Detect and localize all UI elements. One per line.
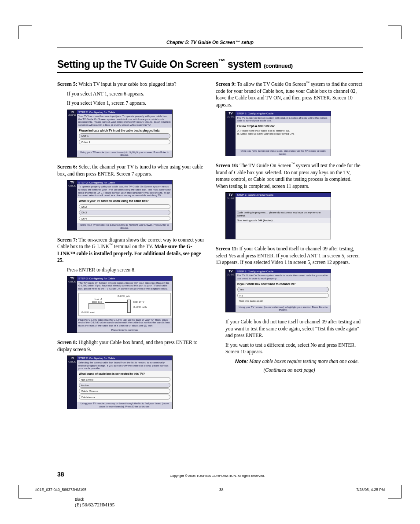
right-column: Screen 9: To allow the TV Guide On Scree… xyxy=(216,81,363,415)
shot11-footer: Using your TV remote: (no cursor/arrows)… xyxy=(236,305,331,312)
shot7-blurb2: Plug the G-LINK cable into the G-LINK ja… xyxy=(77,318,172,328)
shot6-question: What is your TV tuned to when using the … xyxy=(79,199,170,203)
screen9-label: Screen 9: xyxy=(216,81,236,87)
shot6-opt-ch4: Ch 4 xyxy=(79,216,170,221)
guide-label: GUIDE xyxy=(68,184,76,187)
tv-logo: TV xyxy=(229,112,233,115)
tv-logo: TV xyxy=(70,356,74,360)
shot5-question: Please indicate which TV input the cable… xyxy=(79,129,170,132)
screen5-line3: If you select Video 1, screen 7 appears. xyxy=(67,100,204,107)
crop-mark-bl xyxy=(18,485,32,498)
screen11-label: Screen 11: xyxy=(216,246,238,251)
screenshot-11: TVGUIDE STEP 2: Configuring for Cable Th… xyxy=(225,269,331,312)
shot7-blurb: The TV Guide On Screen system communicat… xyxy=(77,281,172,291)
note-label: Note: xyxy=(235,359,248,364)
shot11-opt-yes: Yes xyxy=(237,287,329,292)
shot8-opt-cabletenna: Cabletenna xyxy=(79,395,170,399)
title-continued: (continued) xyxy=(264,62,292,69)
screen9-para: Screen 9: To allow the TV Guide On Scree… xyxy=(216,81,363,108)
screen10-texta: The TV Guide On Screen xyxy=(238,163,291,168)
title-main: Setting up the TV Guide On Screen xyxy=(57,59,218,70)
screenshot-6: TVGUIDE STEP 2: Configuring for Cable To… xyxy=(67,180,173,230)
crop-mark-tl xyxy=(18,26,32,39)
note: Note: Many cable boxes require testing m… xyxy=(235,358,363,365)
screen8-text: Highlight your Cable box brand, and then… xyxy=(57,340,198,352)
diag-cable-line xyxy=(105,302,127,303)
screen7-label: Screen 7: xyxy=(57,237,77,242)
shot-header: STEP 2: Configuring for Cable xyxy=(77,110,172,114)
footer-mid: 38 xyxy=(219,487,223,492)
screen7-para: Screen 7: The on-screen diagram shows th… xyxy=(57,237,204,264)
shot-header: STEP 2: Configuring for Cable xyxy=(236,193,331,197)
shot9-question: Follow steps A and B below: xyxy=(237,125,329,128)
shot11-opt-no: No xyxy=(237,293,329,298)
diag-wand-label: G-LINK wand xyxy=(81,311,95,314)
screenshot-10: TVGUIDE STEP 2: Configuring for Cable Co… xyxy=(225,192,331,239)
shot9-stepb: B. Make sure to leave your cable box tur… xyxy=(237,132,329,136)
screen10-label: Screen 10: xyxy=(216,163,238,168)
crop-mark-br xyxy=(388,485,402,498)
page-title: Setting up the TV Guide On Screen™ syste… xyxy=(57,59,363,73)
guide-label: GUIDE xyxy=(227,115,234,118)
screen11-para: Screen 11: If your Cable box tuned itsel… xyxy=(216,246,363,266)
shot11-blurb: The TV Guide On Screen system needs to l… xyxy=(236,273,331,281)
shot8-opt-cablecinema: Cable Cinema xyxy=(79,388,170,393)
chapter-header: Chapter 5: TV Guide On Screen™ setup xyxy=(57,40,363,48)
diag-tvback xyxy=(127,300,131,313)
diag-cablebox xyxy=(88,303,104,309)
shot11-opt-test: Test this code again xyxy=(237,299,329,303)
diag-front-label: front of cable box xyxy=(89,298,102,303)
shot9-blurb: The TV Guide On Screen system will condu… xyxy=(236,116,331,123)
shot-header: STEP 2: Configuring for Cable xyxy=(236,111,331,115)
screen6-label: Screen 6: xyxy=(57,164,77,169)
screenshot-7: TVGUIDE STEP 2: Configuring for Cable Th… xyxy=(67,276,173,333)
guide-label: GUIDE xyxy=(68,360,76,363)
screen10-para: Screen 10: The TV Guide On Screen™ syste… xyxy=(216,162,363,190)
shot6-blurb: To operate properly with your cable box,… xyxy=(77,184,172,198)
guide-label: GUIDE xyxy=(68,114,76,117)
guide-label: GUIDE xyxy=(68,280,76,283)
footer-file: #01E_037-040_566272HM195 xyxy=(35,487,86,492)
screen6-text: Select the channel your TV is tuned to w… xyxy=(57,164,203,176)
screen6-para: Screen 6: Select the channel your TV is … xyxy=(57,164,204,177)
shot5-footer: Using your TV remote: (no cursor/arrows)… xyxy=(77,150,172,157)
guide-label: GUIDE xyxy=(227,273,234,276)
tv-logo: TV xyxy=(70,181,74,184)
shot5-blurb: Your TV has more than one input jack. To… xyxy=(77,114,172,128)
crop-mark-tr xyxy=(388,26,402,39)
screen5-line2: If you select ANT 1, screen 6 appears. xyxy=(67,91,204,98)
title-tm: ™ xyxy=(218,57,225,65)
footer-black: Black xyxy=(75,497,84,502)
shot8-footer: Using your TV remote: press up or down t… xyxy=(77,402,172,408)
left-column: Screen 5: Which TV input is your cable b… xyxy=(57,81,204,415)
shot-header: STEP 2: Configuring for Cable xyxy=(77,356,172,360)
shot8-question: What brand of cable box is connected to … xyxy=(79,372,170,376)
after1: If your Cable box did not tune itself to… xyxy=(225,319,363,339)
shot6-opt-ch2: Ch 2 xyxy=(79,204,170,209)
footer-model: (E) 56/62/72HM195 xyxy=(75,502,114,507)
note-body: Many cable boxes require testing more th… xyxy=(248,359,359,364)
shot-header: STEP 2: Configuring for Cable xyxy=(77,276,172,280)
shot8-opt-archer: Archer xyxy=(79,383,170,388)
tv-logo: TV xyxy=(70,277,74,280)
copyright: Copyright © 2005 TOSHIBA CORPORATION. Al… xyxy=(72,474,363,478)
shot10-progress2: Now testing code 044 (Archer)… xyxy=(236,218,331,223)
shot10-progress1: Code testing in progress… please do not … xyxy=(236,210,331,218)
shot6-footer: Using your TV remote: (no cursor/arrows)… xyxy=(77,223,172,230)
shot7-footer: Press Enter to continue xyxy=(77,328,172,333)
shot5-opt-ant1: ANT 1 xyxy=(79,133,170,138)
shot9-stepa: A. Please tune your cable box to channel… xyxy=(237,129,329,132)
screen8-para: Screen 8: Highlight your Cable box brand… xyxy=(57,339,204,353)
screen5-label: Screen 5: xyxy=(57,81,77,87)
screen7-textb: terminal on the TV. xyxy=(113,244,155,249)
tv-logo: TV xyxy=(229,270,233,273)
shot6-opt-ch3: Ch 3 xyxy=(79,210,170,215)
screen7-line2: Press ENTER to display screen 8. xyxy=(67,267,204,274)
screen5-para: Screen 5: Which TV input is your cable b… xyxy=(57,81,204,88)
screenshot-8: TVGUIDE STEP 2: Configuring for Cable Se… xyxy=(67,355,173,409)
shot8-opt-notlisted: Not Listed xyxy=(79,377,170,382)
tv-logo: TV xyxy=(70,110,74,114)
shot5-opt-video1: Video 1 xyxy=(79,139,170,144)
screenshot-5: TVGUIDE STEP 2: Configuring for Cable Yo… xyxy=(67,110,173,158)
shot11-question: Is your cable box now tuned to channel 0… xyxy=(237,282,329,286)
